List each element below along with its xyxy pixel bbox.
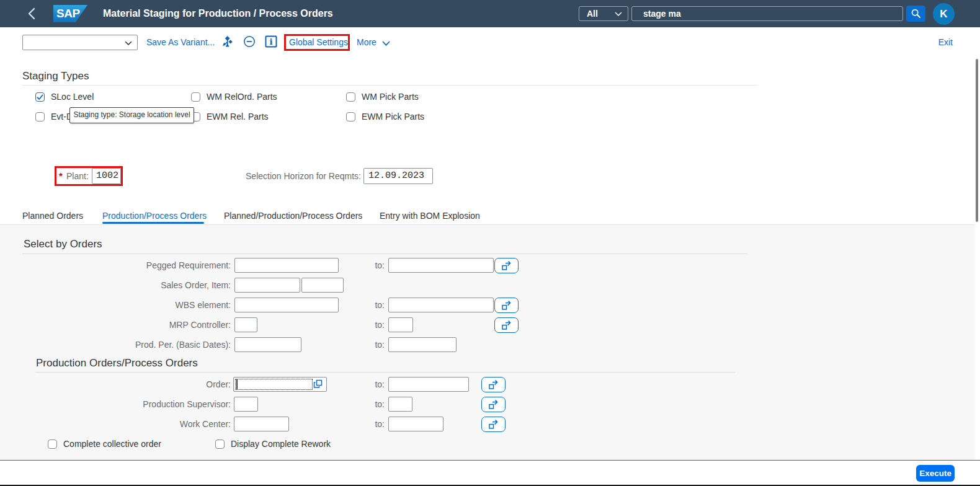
checkbox-box[interactable]: [35, 112, 45, 122]
checkbox-box[interactable]: [215, 440, 225, 449]
wbs-element-from-input[interactable]: [234, 298, 339, 312]
prod-per-from-input[interactable]: [234, 337, 301, 352]
pegged-requirement-multiselect-button[interactable]: [494, 258, 519, 273]
checkbox-wm-relord-parts[interactable]: WM RelOrd. Parts: [191, 92, 277, 102]
field-label: WBS element:: [176, 298, 231, 312]
production-supervisor-to-input[interactable]: [388, 397, 412, 412]
selection-horizon-value: 12.09.2023: [368, 170, 424, 181]
plant-value: 1002: [96, 170, 118, 181]
production-supervisor-from-input[interactable]: [234, 397, 258, 412]
work-center-to-input[interactable]: [388, 417, 443, 431]
wbs-element-multiselect-button[interactable]: [494, 298, 519, 313]
search-button[interactable]: [906, 6, 925, 22]
form-row-pegged-requirement: Pegged Requirement: to:: [0, 258, 980, 273]
sales-order-input[interactable]: [234, 278, 300, 293]
avatar-initial: K: [940, 8, 947, 20]
field-label: Sales Order, Item:: [161, 278, 231, 293]
sales-order-item-input[interactable]: [301, 278, 344, 293]
selection-horizon-label: Selection Horizon for Reqmts:: [246, 171, 361, 181]
form-row-wbs-element: WBS element: to:: [0, 298, 980, 312]
checkbox-box[interactable]: [346, 112, 355, 122]
production-supervisor-multiselect-button[interactable]: [481, 397, 506, 412]
work-center-multiselect-button[interactable]: [481, 417, 506, 432]
user-avatar[interactable]: K: [933, 3, 955, 25]
order-multiselect-button[interactable]: [481, 377, 506, 392]
pegged-requirement-to-input[interactable]: [388, 258, 494, 273]
sap-logo-text: SAP: [56, 7, 80, 20]
multiselect-icon: [488, 379, 499, 391]
back-icon[interactable]: [27, 7, 40, 20]
checkbox-sloc-level[interactable]: SLoc Level: [35, 92, 94, 102]
work-center-from-input[interactable]: [234, 417, 289, 431]
more-label: More: [357, 37, 376, 47]
search-icon: [911, 8, 922, 19]
field-label: Order:: [206, 377, 231, 392]
scrollbar-thumb[interactable]: [976, 59, 978, 222]
mrp-controller-multiselect-button[interactable]: [494, 317, 519, 333]
get-variants-icon[interactable]: [221, 35, 236, 50]
to-label: to:: [375, 337, 385, 352]
selection-header-area: Staging Types SLoc Level WM RelOrd. Part…: [0, 59, 980, 225]
checkbox-ewm-pick-parts[interactable]: EWM Pick Parts: [346, 112, 424, 122]
checkbox-label: WM Pick Parts: [362, 92, 419, 102]
info-icon[interactable]: i: [264, 35, 280, 50]
checkbox-ewm-rel-parts[interactable]: EWM Rel. Parts: [191, 112, 269, 122]
exit-button[interactable]: Exit: [938, 35, 953, 50]
pegged-requirement-from-input[interactable]: [234, 258, 339, 273]
tab-production-process-orders[interactable]: Production/Process Orders: [102, 207, 207, 223]
checkbox-display-complete-rework[interactable]: Display Complete Rework: [215, 439, 331, 449]
variant-combobox[interactable]: [22, 35, 138, 50]
checkbox-box[interactable]: [35, 92, 45, 102]
execute-button[interactable]: Execute: [916, 465, 955, 482]
search-scope-select[interactable]: All: [579, 6, 628, 21]
sap-logo: SAP: [53, 5, 87, 22]
active-tab-underline: [102, 222, 204, 224]
tooltip: Staging type: Storage location level: [69, 107, 194, 123]
form-row-prod-per-basic-dates: Prod. Per. (Basic Dates): to:: [0, 337, 980, 352]
page-title: Material Staging for Production / Proces…: [103, 0, 333, 27]
tab-entry-with-bom-explosion[interactable]: Entry with BOM Explosion: [380, 207, 480, 223]
to-label: to:: [375, 417, 385, 431]
checkbox-box[interactable]: [48, 440, 57, 449]
global-settings-button[interactable]: Global Settings: [289, 35, 348, 50]
mrp-controller-from-input[interactable]: [234, 317, 257, 332]
checkbox-complete-collective-order[interactable]: Complete collective order: [48, 439, 161, 449]
search-scope-value: All: [587, 9, 598, 19]
checkbox-label: Display Complete Rework: [231, 439, 331, 449]
wbs-element-to-input[interactable]: [388, 298, 494, 312]
order-from-input[interactable]: [233, 377, 327, 392]
search-input[interactable]: stage ma: [631, 6, 903, 21]
more-button[interactable]: More: [357, 35, 376, 50]
checkbox-evt-driven[interactable]: Evt-D: [35, 112, 73, 122]
field-label: MRP Controller:: [169, 317, 231, 332]
checkbox-wm-pick-parts[interactable]: WM Pick Parts: [346, 92, 419, 102]
prod-per-to-input[interactable]: [388, 337, 457, 352]
to-label: to:: [375, 397, 385, 412]
checkbox-box[interactable]: [346, 92, 355, 102]
field-label: Work Center:: [180, 417, 231, 431]
tab-content: Select by Orders Pegged Requirement: to:…: [0, 225, 978, 460]
plant-input[interactable]: 1002: [92, 168, 121, 184]
checkbox-box[interactable]: [191, 92, 200, 102]
mrp-controller-to-input[interactable]: [388, 317, 413, 332]
chevron-down-icon: [615, 12, 622, 17]
plant-label: Plant:: [66, 171, 89, 181]
selection-horizon-input[interactable]: 12.09.2023: [363, 168, 433, 184]
tab-planned-production-process-orders[interactable]: Planned/Production/Process Orders: [224, 207, 362, 223]
value-help-icon[interactable]: [313, 379, 323, 391]
tab-planned-orders[interactable]: Planned Orders: [22, 207, 83, 223]
multiselect-icon: [501, 260, 512, 272]
order-to-input[interactable]: [388, 377, 469, 392]
to-label: to:: [375, 258, 385, 273]
form-row-work-center: Work Center: to:: [0, 417, 980, 431]
multiselect-icon: [488, 399, 499, 410]
text-caret: [236, 379, 238, 389]
form-row-order: Order: to:: [0, 377, 980, 392]
svg-text:i: i: [269, 37, 272, 46]
field-label: Prod. Per. (Basic Dates):: [135, 337, 231, 352]
chevron-down-icon: [382, 41, 390, 46]
deselect-all-icon[interactable]: [243, 35, 258, 50]
save-as-variant-button[interactable]: Save As Variant...: [146, 35, 215, 50]
header-toolbar: Save As Variant... i: [0, 27, 980, 59]
chevron-down-icon: [125, 41, 132, 46]
